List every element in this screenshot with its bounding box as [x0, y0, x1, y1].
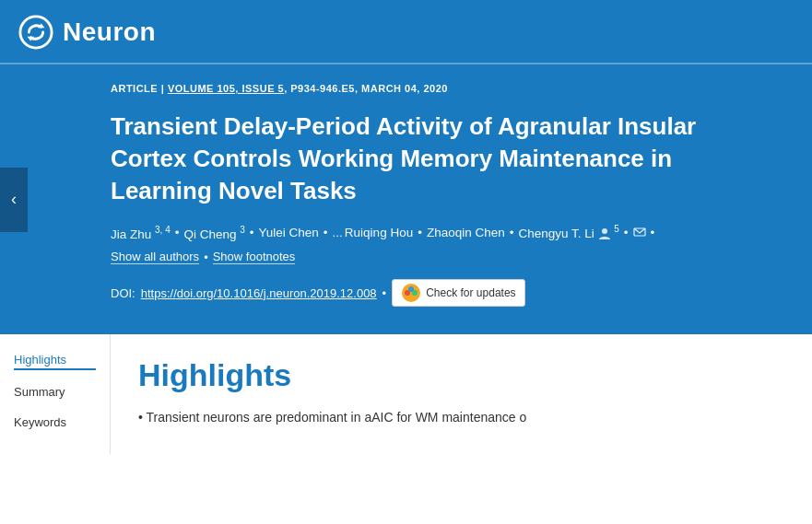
author-zhaoqin-chen: Zhaoqin Chen — [427, 226, 505, 239]
article-title: Transient Delay-Period Activity of Agran… — [111, 111, 738, 207]
section-title: Highlights — [138, 357, 784, 393]
author-profile-icon — [598, 227, 611, 240]
svg-point-0 — [20, 17, 52, 48]
article-meta: ARTICLE | VOLUME 105, ISSUE 5, P934-946.… — [111, 83, 738, 94]
author-chengyu-li: Chengyu T. Li 5 — [518, 224, 618, 240]
author-yulei-chen: Yulei Chen — [259, 226, 319, 239]
doi-label: DOI: — [111, 286, 135, 300]
doi-line: DOI: https://doi.org/10.1016/j.neuron.20… — [111, 279, 738, 307]
doi-link[interactable]: https://doi.org/10.1016/j.neuron.2019.12… — [141, 286, 377, 300]
check-updates-button[interactable]: Check for updates — [392, 279, 524, 307]
top-bar: Neuron — [0, 0, 812, 64]
main-content: Highlights • Transient neurons are predo… — [111, 334, 812, 454]
brand-name: Neuron — [63, 17, 156, 47]
sidebar-item-summary[interactable]: Summary — [14, 385, 96, 401]
sidebar-item-keywords[interactable]: Keywords — [14, 415, 96, 431]
author-qi-cheng: Qi Cheng 3 — [183, 225, 244, 241]
show-footnotes-link[interactable]: Show footnotes — [213, 250, 296, 264]
logo-area: Neuron — [18, 15, 156, 50]
prev-article-button[interactable]: ‹ — [0, 168, 28, 232]
volume-link[interactable]: VOLUME 105, ISSUE 5 — [168, 83, 284, 94]
sidebar-item-highlights[interactable]: Highlights — [14, 353, 96, 370]
author-ruiqing-hou: Ruiqing Hou — [345, 226, 413, 239]
authors-line: Jia Zhu 3, 4 • Qi Cheng 3 • Yulei Chen •… — [111, 224, 738, 240]
bottom-section: Highlights Summary Keywords Highlights •… — [0, 334, 812, 454]
neuron-logo-icon — [18, 15, 53, 50]
article-type-label: ARTICLE — [111, 83, 158, 94]
author-jia-zhu: Jia Zhu 3, 4 — [111, 225, 171, 241]
svg-point-3 — [602, 228, 607, 234]
pages-date: , P934-946.E5, MARCH 04, 2020 — [284, 83, 448, 94]
show-all-authors-link[interactable]: Show all authors — [111, 250, 199, 264]
check-updates-badge-icon — [401, 283, 421, 303]
check-updates-label: Check for updates — [426, 286, 515, 299]
authors-ellipsis: ... — [333, 226, 343, 239]
svg-point-8 — [408, 286, 414, 292]
article-header: ‹ ARTICLE | VOLUME 105, ISSUE 5, P934-94… — [0, 64, 812, 334]
sidebar-nav: Highlights Summary Keywords — [0, 334, 111, 454]
highlight-bullet-1: • Transient neurons are predominant in a… — [138, 408, 784, 427]
email-icon — [633, 226, 646, 239]
author-links: Show all authors • Show footnotes — [111, 250, 738, 264]
